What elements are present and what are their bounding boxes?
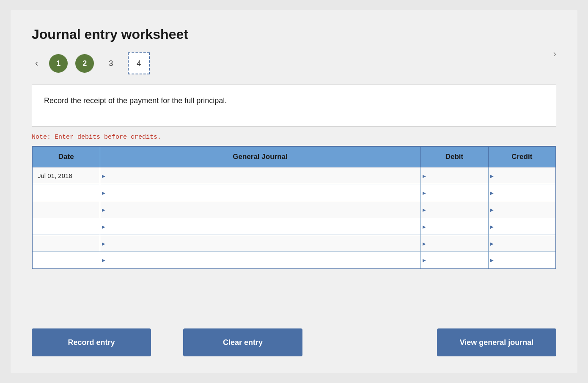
debit-cell-2[interactable] bbox=[420, 184, 488, 201]
date-cell-5 bbox=[32, 235, 100, 252]
credit-cell-1[interactable] bbox=[488, 167, 556, 184]
header-credit: Credit bbox=[488, 146, 556, 167]
credit-cell-3[interactable] bbox=[488, 201, 556, 218]
debit-cell-4[interactable] bbox=[420, 218, 488, 235]
view-general-journal-button[interactable]: View general journal bbox=[437, 328, 556, 356]
journal-input-2[interactable] bbox=[100, 184, 420, 201]
journal-input-4[interactable] bbox=[100, 218, 420, 235]
prev-arrow[interactable]: ‹ bbox=[32, 56, 41, 71]
credit-input-5[interactable] bbox=[489, 235, 556, 252]
journal-cell-1[interactable] bbox=[100, 167, 420, 184]
debit-cell-6[interactable] bbox=[420, 252, 488, 269]
header-date: Date bbox=[32, 146, 100, 167]
page-title: Journal entry worksheet bbox=[32, 27, 556, 42]
date-cell-2 bbox=[32, 184, 100, 201]
step-navigation: ‹ 1 2 3 4 › bbox=[32, 52, 556, 74]
journal-cell-4[interactable] bbox=[100, 218, 420, 235]
credit-cell-5[interactable] bbox=[488, 235, 556, 252]
credit-input-4[interactable] bbox=[489, 218, 556, 235]
journal-cell-5[interactable] bbox=[100, 235, 420, 252]
credit-input-3[interactable] bbox=[489, 201, 556, 218]
instruction-box: Record the receipt of the payment for th… bbox=[32, 85, 556, 127]
journal-input-5[interactable] bbox=[100, 235, 420, 252]
date-cell-4 bbox=[32, 218, 100, 235]
credit-cell-2[interactable] bbox=[488, 184, 556, 201]
journal-input-3[interactable] bbox=[100, 201, 420, 218]
debit-input-5[interactable] bbox=[421, 235, 488, 252]
step-3[interactable]: 3 bbox=[102, 54, 120, 73]
date-cell-3 bbox=[32, 201, 100, 218]
table-row bbox=[32, 184, 556, 201]
journal-table: Date General Journal Debit Credit Jul 01… bbox=[32, 146, 556, 269]
table-row: Jul 01, 2018 bbox=[32, 167, 556, 184]
step-1[interactable]: 1 bbox=[49, 54, 68, 73]
table-header-row: Date General Journal Debit Credit bbox=[32, 146, 556, 167]
next-arrow[interactable]: › bbox=[553, 49, 556, 60]
debit-cell-1[interactable] bbox=[420, 167, 488, 184]
credit-input-2[interactable] bbox=[489, 184, 556, 201]
credit-cell-6[interactable] bbox=[488, 252, 556, 269]
journal-cell-6[interactable] bbox=[100, 252, 420, 269]
date-cell-1: Jul 01, 2018 bbox=[32, 167, 100, 184]
debit-input-2[interactable] bbox=[421, 184, 488, 201]
credit-input-1[interactable] bbox=[489, 167, 556, 184]
note-text: Note: Enter debits before credits. bbox=[32, 134, 556, 141]
journal-cell-2[interactable] bbox=[100, 184, 420, 201]
journal-input-6[interactable] bbox=[100, 252, 420, 268]
table-row bbox=[32, 252, 556, 269]
table-row bbox=[32, 201, 556, 218]
step-2[interactable]: 2 bbox=[75, 54, 94, 73]
date-cell-6 bbox=[32, 252, 100, 269]
header-journal: General Journal bbox=[100, 146, 420, 167]
debit-input-6[interactable] bbox=[421, 252, 488, 268]
debit-input-4[interactable] bbox=[421, 218, 488, 235]
main-container: Journal entry worksheet ‹ 1 2 3 4 › Reco… bbox=[11, 10, 577, 373]
credit-cell-4[interactable] bbox=[488, 218, 556, 235]
table-row bbox=[32, 235, 556, 252]
journal-cell-3[interactable] bbox=[100, 201, 420, 218]
button-row: Record entry Clear entry View general jo… bbox=[32, 328, 556, 356]
step-4-selected[interactable]: 4 bbox=[128, 52, 150, 74]
clear-entry-button[interactable]: Clear entry bbox=[183, 328, 302, 356]
debit-cell-5[interactable] bbox=[420, 235, 488, 252]
record-entry-button[interactable]: Record entry bbox=[32, 328, 151, 356]
table-row bbox=[32, 218, 556, 235]
debit-cell-3[interactable] bbox=[420, 201, 488, 218]
credit-input-6[interactable] bbox=[489, 252, 556, 268]
instruction-text: Record the receipt of the payment for th… bbox=[44, 95, 544, 107]
journal-input-1[interactable] bbox=[100, 167, 420, 184]
debit-input-3[interactable] bbox=[421, 201, 488, 218]
header-debit: Debit bbox=[420, 146, 488, 167]
debit-input-1[interactable] bbox=[421, 167, 488, 184]
